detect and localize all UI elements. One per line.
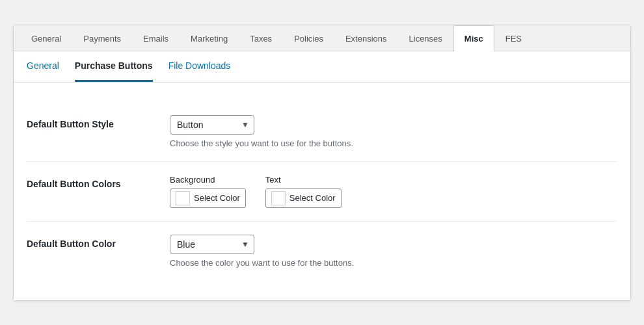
tab-fes[interactable]: FES — [494, 25, 533, 51]
settings-panel: General Payments Emails Marketing Taxes … — [13, 25, 631, 301]
button-color-row: Default Button Color Blue Red Green Blac… — [27, 222, 617, 281]
tab-general[interactable]: General — [20, 25, 72, 51]
tab-policies[interactable]: Policies — [283, 25, 334, 51]
sub-tab-purchase-buttons[interactable]: Purchase Buttons — [75, 51, 153, 82]
background-color-group: Background Select Color — [170, 175, 246, 208]
text-color-group: Text Select Color — [265, 175, 342, 208]
sub-tab-file-downloads[interactable]: File Downloads — [168, 51, 231, 82]
settings-content: Default Button Style Button Link ▼ Choos… — [14, 83, 630, 300]
background-color-button[interactable]: Select Color — [170, 188, 246, 208]
sub-tab-bar: General Purchase Buttons File Downloads — [14, 51, 630, 83]
background-color-swatch — [176, 191, 190, 205]
button-color-label: Default Button Color — [27, 235, 170, 249]
button-color-control: Blue Red Green Black ▼ Choose the color … — [170, 235, 617, 268]
tab-misc[interactable]: Misc — [453, 25, 494, 51]
background-select-color-label: Select Color — [194, 193, 240, 203]
text-color-swatch — [271, 191, 286, 205]
button-style-control: Button Link ▼ Choose the style you want … — [170, 115, 617, 148]
button-colors-control: Background Select Color Text Select Colo… — [170, 175, 617, 208]
top-tab-bar: General Payments Emails Marketing Taxes … — [14, 25, 630, 51]
button-color-select-wrapper: Blue Red Green Black ▼ — [170, 235, 254, 254]
background-color-label: Background — [170, 175, 246, 185]
color-row: Background Select Color Text Select Colo… — [170, 175, 617, 208]
button-style-row: Default Button Style Button Link ▼ Choos… — [27, 102, 617, 162]
text-select-color-label: Select Color — [289, 193, 336, 203]
sub-tab-general[interactable]: General — [27, 51, 59, 82]
button-colors-row: Default Button Colors Background Select … — [27, 162, 617, 222]
button-style-label: Default Button Style — [27, 115, 170, 129]
text-color-button[interactable]: Select Color — [265, 188, 342, 208]
button-color-hint: Choose the color you want to use for the… — [170, 258, 617, 268]
text-color-label: Text — [265, 175, 342, 185]
tab-extensions[interactable]: Extensions — [334, 25, 398, 51]
tab-marketing[interactable]: Marketing — [180, 25, 239, 51]
tab-licenses[interactable]: Licenses — [398, 25, 453, 51]
button-style-hint: Choose the style you want to use for the… — [170, 138, 617, 148]
tab-emails[interactable]: Emails — [132, 25, 180, 51]
tab-taxes[interactable]: Taxes — [239, 25, 283, 51]
button-style-select[interactable]: Button Link — [170, 115, 254, 135]
button-color-select[interactable]: Blue Red Green Black — [170, 235, 254, 254]
button-colors-label: Default Button Colors — [27, 175, 170, 189]
button-style-select-wrapper: Button Link ▼ — [170, 115, 254, 135]
tab-payments[interactable]: Payments — [72, 25, 132, 51]
